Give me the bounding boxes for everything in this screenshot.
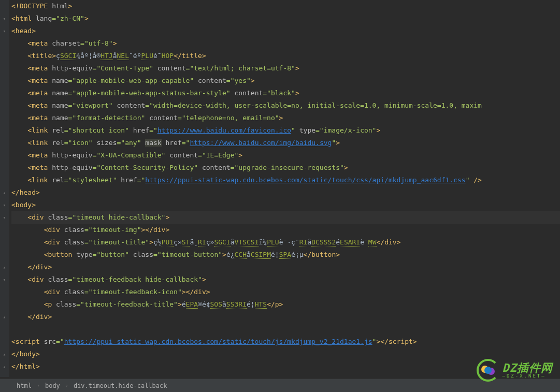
code-line[interactable]: <link rel="stylesheet" href="https://ppu…	[11, 174, 560, 186]
code-line[interactable]: </div>	[11, 261, 560, 273]
code-line[interactable]: <meta http-equiv="Content-Security-Polic…	[11, 162, 560, 174]
code-line[interactable]: </div>	[11, 311, 560, 323]
code-line[interactable]: <div class="timeout hide-callback">	[11, 211, 560, 224]
code-line[interactable]: <meta name="viewport" content="width=dev…	[11, 99, 560, 112]
fold-open-icon[interactable]: ▾	[2, 17, 7, 21]
code-line[interactable]: <!DOCTYPE html>	[11, 0, 560, 12]
code-line[interactable]: </head>	[11, 186, 560, 199]
code-line[interactable]: <meta http-equiv="X-UA-Compatible" conte…	[11, 149, 560, 162]
logo-subtitle: —DZ-X.NET—	[502, 374, 553, 379]
code-line[interactable]: <meta charset="utf-8">	[11, 37, 560, 50]
code-line[interactable]	[11, 323, 560, 336]
code-line[interactable]: <div class="timeout-feedback-icon"></div…	[11, 286, 560, 298]
fold-close-icon[interactable]: ▴	[2, 191, 7, 195]
fold-open-icon[interactable]: ▾	[2, 215, 7, 220]
breadcrumb-body[interactable]: body	[43, 380, 62, 392]
code-line[interactable]: <link rel="icon" sizes="any" mask href="…	[11, 137, 560, 149]
code-line[interactable]: <body>	[11, 199, 560, 211]
logo-icon	[477, 359, 499, 382]
fold-open-icon[interactable]: ▾	[2, 29, 7, 34]
fold-close-icon[interactable]: ▴	[2, 352, 7, 357]
code-line[interactable]: <meta name="apple-mobile-web-app-status-…	[11, 87, 560, 99]
code-line[interactable]: <meta name="format-detection" content="t…	[11, 112, 560, 124]
code-line[interactable]: <div class="timeout-feedback hide-callba…	[11, 273, 560, 286]
breadcrumb-div[interactable]: div.timeout.hide-callback	[71, 380, 169, 392]
fold-close-icon[interactable]: ▴	[2, 315, 7, 320]
breadcrumb-html[interactable]: html	[15, 380, 34, 392]
code-line[interactable]: <p class="timeout-feedback-title">éEPA®é…	[11, 298, 560, 311]
logo-title: DZ插件网	[502, 362, 553, 374]
code-editor-area[interactable]: <!DOCTYPE html><html lang="zh-CN"><head>…	[11, 0, 560, 373]
fold-close-icon[interactable]: ▴	[2, 265, 7, 270]
watermark-logo: DZ插件网 —DZ-X.NET—	[477, 359, 553, 382]
code-line[interactable]: <link rel="shortcut icon" href="https://…	[11, 124, 560, 137]
chevron-right-icon: ›	[62, 380, 71, 392]
fold-open-icon[interactable]: ▾	[2, 278, 7, 282]
code-line[interactable]: <button type="button" class="timeout-but…	[11, 249, 560, 261]
code-line[interactable]: <div class="timeout-img"></div>	[11, 224, 560, 236]
code-line[interactable]: <html lang="zh-CN">	[11, 12, 560, 25]
fold-close-icon[interactable]: ▴	[2, 365, 7, 369]
code-line[interactable]: <div class="timeout-title">ç½PU1ç»STä¸RI…	[11, 236, 560, 249]
chevron-right-icon: ›	[34, 380, 43, 392]
code-line[interactable]: <script src="https://ppui-static-wap.cdn…	[11, 336, 560, 348]
code-line[interactable]: <meta http-equiv="Content-Type" content=…	[11, 62, 560, 75]
fold-open-icon[interactable]: ▾	[2, 203, 7, 208]
editor-gutter: ▾▾▴▾▾▴▾▴▴▴	[0, 0, 9, 377]
code-line[interactable]: <head>	[11, 25, 560, 37]
code-line[interactable]: <meta name="apple-mobile-web-app-capable…	[11, 75, 560, 87]
code-line[interactable]: <title>çSGCI¾åº¦å®HTJåNEL¨éºPLUè¯HOP</ti…	[11, 50, 560, 62]
